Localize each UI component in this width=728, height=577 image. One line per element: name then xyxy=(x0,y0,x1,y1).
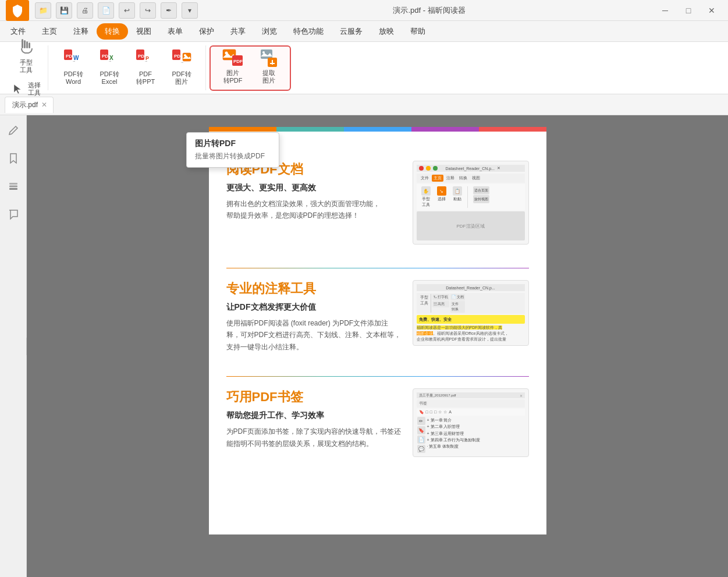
menu-browse[interactable]: 浏览 xyxy=(254,23,285,40)
ribbon: 手型工具 选择工具 PDF W → xyxy=(0,42,728,94)
pdf-word-label: PDF转Word xyxy=(64,70,83,86)
feature-subtitle-read: 更强大、更实用、更高效 xyxy=(226,183,401,193)
feature-section-read: 阅读PDF文档 更强大、更实用、更高效 拥有出色的文档渲染效果，强大的页面管理功… xyxy=(226,161,529,245)
menu-form[interactable]: 表单 xyxy=(159,23,191,40)
comment-icon[interactable] xyxy=(3,204,24,225)
feature-content-read: 阅读PDF文档 更强大、更实用、更高效 拥有出色的文档渲染效果，强大的页面管理功… xyxy=(226,161,401,222)
menu-cloud[interactable]: 云服务 xyxy=(332,23,371,40)
layers-icon[interactable] xyxy=(3,176,24,197)
menu-help[interactable]: 帮助 xyxy=(402,23,434,40)
ribbon-group-tools: 手型工具 选择工具 xyxy=(5,45,48,90)
feature-desc-read: 拥有出色的文档渲染效果，强大的页面管理功能，帮助提升效率，是您阅读PDF的理想选… xyxy=(226,198,401,222)
pdf-excel-icon: PDF X → xyxy=(99,48,120,69)
window-controls: ─ □ ✕ xyxy=(655,2,722,19)
left-sidebar: ▶ xyxy=(0,115,27,577)
main-layout: ▶ 阅读PDF文档 更强大、更实用、 xyxy=(0,115,728,577)
feature-section-bookmark: 巧用PDF书签 帮助您提升工作、学习效率 为PDF页面添加书签，除了实现内容的快… xyxy=(226,388,529,457)
pdf-image-label: PDF转图片 xyxy=(172,70,191,86)
more-btn[interactable]: ▾ xyxy=(182,2,198,19)
minimize-btn[interactable]: ─ xyxy=(655,2,676,19)
pdf-image-icon: PDF → xyxy=(171,48,192,69)
menu-features[interactable]: 特色功能 xyxy=(285,23,332,40)
tooltip-popup: 图片转PDF 批量将图片转换成PDF xyxy=(186,132,279,168)
undo-btn[interactable]: ↩ xyxy=(119,2,135,19)
close-btn[interactable]: ✕ xyxy=(701,2,722,19)
window-title: 演示.pdf - 福昕阅读器 xyxy=(204,5,655,16)
ribbon-group-image-pdf: PDF 图片转PDF 提取图片 xyxy=(209,45,291,90)
pdf-to-excel-btn[interactable]: PDF X → PDF转Excel xyxy=(93,48,126,89)
extract-image-label: 提取图片 xyxy=(262,69,275,84)
pdf-to-word-btn[interactable]: PDF W → PDF转Word xyxy=(56,48,90,89)
color-seg-red xyxy=(479,127,546,132)
color-seg-orange xyxy=(209,127,276,132)
divider-1 xyxy=(226,268,529,268)
image-to-pdf-label: 图片转PDF xyxy=(223,69,243,84)
select-tool-btn[interactable]: 选择工具 xyxy=(10,79,42,99)
tooltip-title: 图片转PDF xyxy=(195,139,271,149)
extract-image-btn[interactable]: 提取图片 xyxy=(254,49,284,87)
color-seg-purple xyxy=(411,127,479,132)
feature-subtitle-bookmark: 帮助您提升工作、学习效率 xyxy=(226,410,401,421)
new-doc-btn[interactable]: 📄 xyxy=(98,2,114,19)
sign-btn[interactable]: ✒ xyxy=(161,2,177,19)
maximize-btn[interactable]: □ xyxy=(678,2,699,19)
feature-section-annotate: 专业的注释工具 让PDF文档发挥更大价值 使用福昕PDF阅读器 (foxit r… xyxy=(226,280,529,353)
extract-image-icon xyxy=(258,47,279,68)
image-to-pdf-btn[interactable]: PDF 图片转PDF xyxy=(216,49,249,87)
image-to-pdf-icon: PDF xyxy=(222,46,244,68)
menu-share[interactable]: 共享 xyxy=(222,23,254,40)
feature-image-annotate: Datasheet_Reader_CN.p... 手型工具 Tₐ 打字机 ▤ 高… xyxy=(413,280,529,346)
tab-close-btn[interactable]: ✕ xyxy=(41,101,47,109)
feature-content-bookmark: 巧用PDF书签 帮助您提升工作、学习效率 为PDF页面添加书签，除了实现内容的快… xyxy=(226,388,401,449)
pdf-to-image-btn[interactable]: PDF → PDF转图片 xyxy=(165,48,198,89)
pdf-ppt-label: PDF转PPT xyxy=(136,70,155,86)
content-area: 阅读PDF文档 更强大、更实用、更高效 拥有出色的文档渲染效果，强大的页面管理功… xyxy=(27,115,728,577)
svg-text:→: → xyxy=(144,59,148,63)
divider-2 xyxy=(226,376,529,377)
toolbar-buttons: 📁 💾 🖨 📄 ↩ ↪ ✒ ▾ xyxy=(35,2,198,19)
tooltip-description: 批量将图片转换成PDF xyxy=(195,151,271,161)
menu-annotation[interactable]: 注释 xyxy=(65,23,97,40)
svg-rect-36 xyxy=(9,188,17,190)
print-btn[interactable]: 🖨 xyxy=(77,2,93,19)
svg-rect-34 xyxy=(9,183,17,185)
app-logo xyxy=(6,0,29,21)
svg-rect-3 xyxy=(29,43,30,48)
feature-title-annotate: 专业的注释工具 xyxy=(226,280,401,298)
color-seg-blue xyxy=(344,127,411,132)
pdf-to-ppt-btn[interactable]: PDF P → PDF转PPT xyxy=(129,48,162,89)
feature-desc-bookmark: 为PDF页面添加书签，除了实现内容的快速导航，书签还能指明不同书签的层级关系，展… xyxy=(226,426,401,449)
pdf-word-icon: PDF W → xyxy=(63,48,84,69)
tab-label: 演示.pdf xyxy=(12,100,38,110)
redo-btn[interactable]: ↪ xyxy=(140,2,156,19)
feature-image-read: Datasheet_Reader_CN.p... ✕ 文件 主页 注释 转换 视… xyxy=(413,161,529,245)
select-tool-label: 选择工具 xyxy=(28,82,41,97)
ribbon-group-convert: PDF W → PDF转Word PDF X → PDF转Excel xyxy=(49,45,206,90)
hand-icon xyxy=(17,39,35,58)
svg-rect-0 xyxy=(22,39,23,48)
menu-convert[interactable]: 转换 xyxy=(97,23,128,40)
feature-image-bookmark: 员工手册_20120917.pdf ✕ 书签 🔖□□□☆☆A ✏ 🔖 xyxy=(413,388,529,457)
menu-bar: 文件 主页 注释 转换 视图 表单 保护 共享 浏览 特色功能 云服务 放映 帮… xyxy=(0,21,728,42)
menu-view[interactable]: 视图 xyxy=(128,23,159,40)
save-btn[interactable]: 💾 xyxy=(56,2,72,19)
svg-text:→: → xyxy=(72,59,76,63)
menu-present[interactable]: 放映 xyxy=(371,23,402,40)
open-folder-btn[interactable]: 📁 xyxy=(35,2,51,19)
cursor-icon xyxy=(12,82,26,96)
pdf-ppt-icon: PDF P → xyxy=(135,48,156,69)
edit-tool-icon[interactable] xyxy=(3,120,24,141)
svg-text:→: → xyxy=(180,61,184,64)
svg-rect-1 xyxy=(24,40,26,48)
bookmark-icon[interactable] xyxy=(3,148,24,169)
feature-desc-annotate: 使用福昕PDF阅读器 (foxit reader) 为PDF文件添加注释，可对P… xyxy=(226,317,401,353)
menu-protect[interactable]: 保护 xyxy=(191,23,222,40)
pdf-color-bar xyxy=(209,127,546,132)
feature-subtitle-annotate: 让PDF文档发挥更大价值 xyxy=(226,302,401,313)
pdf-excel-label: PDF转Excel xyxy=(100,70,119,86)
svg-text:PDF: PDF xyxy=(174,54,183,59)
svg-text:→: → xyxy=(108,59,112,63)
title-bar: 📁 💾 🖨 📄 ↩ ↪ ✒ ▾ 演示.pdf - 福昕阅读器 ─ □ ✕ xyxy=(0,0,728,21)
hand-tool-btn[interactable]: 手型工具 xyxy=(11,37,41,76)
svg-rect-35 xyxy=(9,186,17,187)
